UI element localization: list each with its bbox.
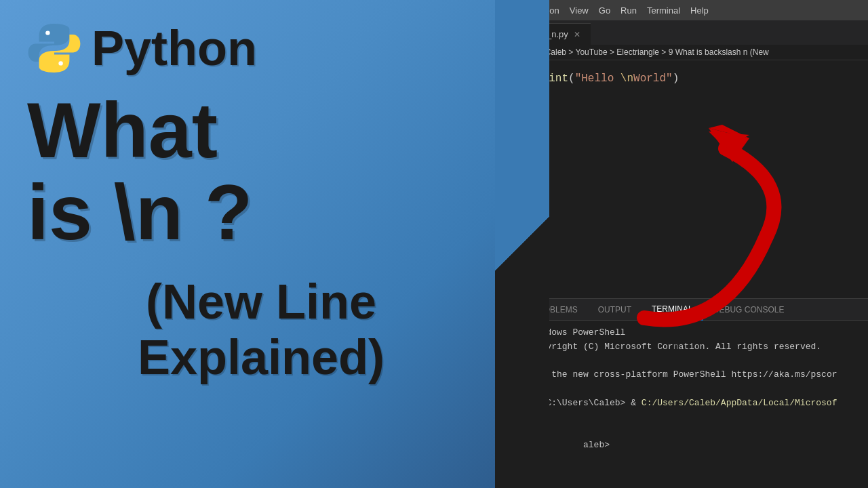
tab-output[interactable]: OUTPUT (588, 299, 642, 321)
tab-terminal[interactable]: TERMINAL (642, 299, 703, 321)
terminal-line-9: PS aleb> (530, 439, 860, 453)
terminal-line-4: Try the new cross-platform PowerShell ht… (530, 368, 860, 382)
code-line-1: print("Hello \nWorld") (536, 70, 854, 88)
terminal-content: Windows PowerShell Copyright (C) Microso… (522, 321, 868, 488)
tab-close-button[interactable]: ✕ (574, 30, 580, 39)
menu-help[interactable]: Help (690, 5, 709, 16)
left-panel: Python What is \n ? (New LineExplained) (0, 0, 522, 488)
subtitle-text: (New LineExplained) (27, 274, 495, 386)
right-panel: election View Go Run Terminal Help ush_n… (522, 0, 868, 488)
terminal-line-6: PS C:\Users\Caleb> & C:/Users/Caleb/AppD… (530, 396, 860, 411)
terminal-tab-bar: PROBLEMS OUTPUT TERMINAL DEBUG CONSOLE (522, 299, 868, 321)
svg-marker-2 (709, 128, 749, 162)
svg-point-1 (58, 61, 62, 65)
breadcrumb: rs > Caleb > YouTube > Electriangle > 9 … (522, 45, 868, 60)
tab-debug-console[interactable]: DEBUG CONSOLE (703, 299, 795, 321)
svg-marker-3 (709, 125, 749, 138)
terminal-line-5 (530, 382, 860, 396)
menu-go[interactable]: Go (599, 5, 610, 16)
menu-terminal[interactable]: Terminal (647, 5, 680, 16)
python-header: Python (27, 20, 495, 76)
svg-point-0 (45, 30, 50, 35)
terminal-line-2: Copyright (C) Microsoft Cornation. All r… (530, 340, 860, 354)
python-title: Python (92, 20, 257, 76)
vscode-menubar: election View Go Run Terminal Help (522, 0, 868, 20)
code-editor: print("Hello \nWorld") (522, 60, 868, 298)
editor-tabs: ush_n.py ✕ (522, 20, 868, 45)
menu-run[interactable]: Run (620, 5, 637, 16)
terminal-line-3 (530, 354, 860, 369)
terminal-line-8 (530, 425, 860, 439)
menu-view[interactable]: View (570, 5, 589, 16)
terminal-panel: PROBLEMS OUTPUT TERMINAL DEBUG CONSOLE W… (522, 298, 868, 488)
terminal-line-7: llo (530, 411, 860, 425)
main-text-what: What is \n ? (27, 89, 495, 253)
python-logo-icon (27, 21, 81, 75)
terminal-line-1: Windows PowerShell (530, 326, 860, 340)
